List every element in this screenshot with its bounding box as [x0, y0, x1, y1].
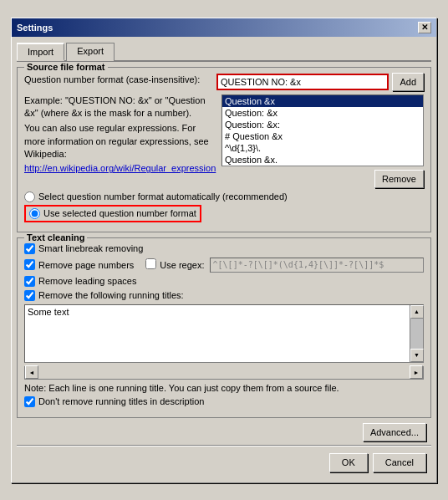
remove-running-titles-row: Remove the following running titles:: [24, 290, 424, 301]
remove-btn-area: Remove: [221, 170, 424, 188]
list-item[interactable]: ^\d{1,3}\.: [222, 142, 423, 154]
list-item[interactable]: Question: &x:: [222, 119, 423, 130]
titles-textarea[interactable]: [25, 305, 410, 362]
horizontal-scrollbar[interactable]: ◄ ►: [24, 366, 424, 380]
window-body: Import Export Source file format Questio…: [12, 37, 436, 482]
titles-textarea-container: ▲ ▼: [24, 304, 424, 363]
radio-selected-label: Use selected question number format: [43, 208, 196, 218]
window-title: Settings: [17, 23, 53, 33]
list-item[interactable]: Question &x.: [222, 154, 423, 166]
remove-page-numbers-checkbox[interactable]: [24, 259, 35, 270]
regex-input[interactable]: [210, 258, 424, 273]
radio-auto[interactable]: [24, 191, 35, 202]
tab-bar: Import Export: [17, 42, 431, 62]
remove-leading-label: Remove leading spaces: [38, 276, 136, 286]
example-text: Example: "QUESTION NO: &x" or "Question …: [24, 94, 216, 120]
title-bar: Settings ✕: [12, 18, 436, 37]
dont-remove-description-row: Don't remove running titles in descripti…: [24, 396, 424, 407]
regex-note: You can also use regular expressions. Fo…: [24, 122, 216, 161]
remove-leading-row: Remove leading spaces: [24, 276, 424, 287]
bottom-bar: OK Cancel: [17, 450, 431, 477]
radio-selected-row: Use selected question number format: [24, 205, 424, 222]
scroll-up-arrow[interactable]: ▲: [410, 305, 424, 319]
question-format-input[interactable]: [216, 74, 389, 90]
remove-page-numbers-label: Remove page numbers: [38, 260, 134, 270]
close-button[interactable]: ✕: [418, 22, 431, 33]
dont-remove-description-checkbox[interactable]: [24, 396, 35, 407]
smart-linebreak-label: Smart linebreak removing: [38, 243, 143, 253]
radio-auto-label: Select question number format automatica…: [38, 191, 288, 202]
text-cleaning-title: Text cleaning: [24, 232, 87, 242]
question-format-row: Question number format (case-insensitive…: [24, 73, 424, 91]
remove-running-titles-checkbox[interactable]: [24, 290, 35, 301]
scroll-left-arrow[interactable]: ◄: [25, 365, 38, 379]
dont-remove-description-label: Don't remove running titles in descripti…: [38, 396, 204, 406]
question-format-input-area: Add: [216, 73, 424, 91]
source-format-group: Source file format Question number forma…: [17, 67, 431, 232]
format-listbox[interactable]: Question &x Question: &x Question: &x: #…: [221, 94, 424, 166]
scroll-down-arrow[interactable]: ▼: [410, 349, 424, 362]
listbox-right: Question &x Question: &x Question: &x: #…: [221, 94, 424, 188]
remove-running-titles-label: Remove the following running titles:: [38, 290, 184, 300]
use-regex-checkbox[interactable]: [145, 258, 156, 269]
radio-auto-row: Select question number format automatica…: [24, 191, 424, 202]
remove-button[interactable]: Remove: [374, 170, 424, 188]
cancel-button[interactable]: Cancel: [373, 453, 426, 472]
smart-linebreak-checkbox[interactable]: [24, 243, 35, 254]
vertical-scrollbar: ▲ ▼: [410, 305, 423, 362]
list-item[interactable]: Question: &x: [222, 107, 423, 119]
tab-import[interactable]: Import: [17, 43, 64, 61]
list-item[interactable]: Question &x: [222, 95, 423, 107]
scroll-track[interactable]: [410, 319, 423, 349]
remove-page-numbers-row: Remove page numbers Use regex:: [24, 258, 424, 273]
advanced-button[interactable]: Advanced...: [363, 423, 426, 441]
remove-leading-checkbox[interactable]: [24, 276, 35, 287]
tab-export[interactable]: Export: [66, 43, 115, 61]
note-text: Note: Each line is one running title. Yo…: [24, 383, 424, 393]
ok-button[interactable]: OK: [329, 453, 368, 472]
list-area: Example: "QUESTION NO: &x" or "Question …: [24, 94, 424, 188]
example-area: Example: "QUESTION NO: &x" or "Question …: [24, 94, 216, 188]
use-regex-label: Use regex:: [160, 260, 204, 270]
text-cleaning-group: Text cleaning Smart linebreak removing R…: [17, 237, 431, 418]
question-format-label: Question number format (case-insensitive…: [24, 73, 216, 84]
separator: [17, 445, 431, 446]
wiki-link[interactable]: http://en.wikipedia.org/wiki/Regular_exp…: [24, 163, 216, 173]
add-button[interactable]: Add: [392, 73, 424, 91]
radio-selected-highlight: Use selected question number format: [24, 205, 201, 222]
list-item[interactable]: # Question &x: [222, 130, 423, 142]
smart-linebreak-row: Smart linebreak removing: [24, 243, 424, 254]
source-format-title: Source file format: [24, 62, 108, 72]
advanced-area: Advanced...: [17, 423, 431, 441]
settings-window: Settings ✕ Import Export Source file for…: [11, 18, 437, 483]
radio-selected[interactable]: [29, 208, 40, 219]
scroll-right-arrow[interactable]: ►: [410, 365, 423, 379]
